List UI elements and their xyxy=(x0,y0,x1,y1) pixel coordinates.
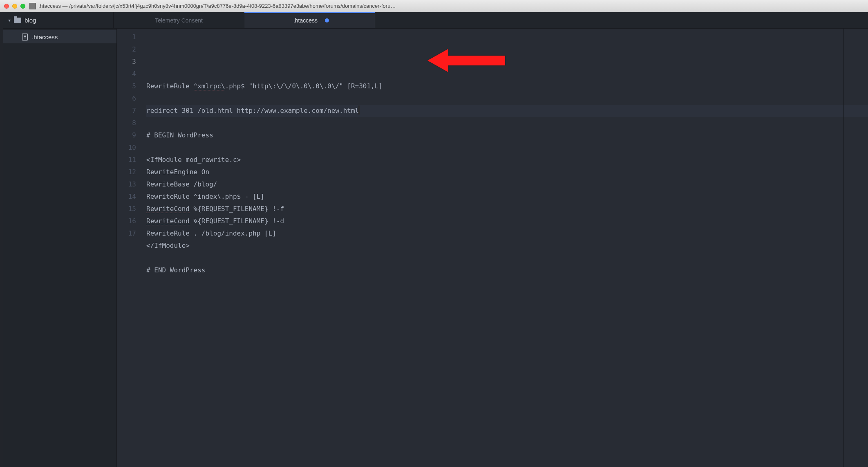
code-line[interactable]: RewriteBase /blog/ xyxy=(146,178,868,191)
spellcheck-underline: ^xmlrpc\ xyxy=(194,82,225,90)
line-number-gutter[interactable]: 1234567891011121314151617 xyxy=(117,29,141,467)
annotation-arrow xyxy=(427,49,505,72)
window-close-button[interactable] xyxy=(4,4,9,9)
tree-file-htaccess[interactable]: .htaccess xyxy=(3,30,116,43)
line-number[interactable]: 5 xyxy=(117,80,136,92)
code-line[interactable]: # BEGIN WordPress xyxy=(146,129,868,141)
line-number[interactable]: 12 xyxy=(117,166,136,178)
code-line[interactable]: RewriteEngine On xyxy=(146,166,868,178)
line-number[interactable]: 6 xyxy=(117,92,136,105)
tab-bar: Telemetry Consent .htaccess xyxy=(114,12,868,28)
code-line[interactable]: RewriteRule ^index\.php$ - [L] xyxy=(146,191,868,203)
line-number[interactable]: 1 xyxy=(117,31,136,43)
line-number[interactable]: 2 xyxy=(117,43,136,56)
line-number[interactable]: 8 xyxy=(117,117,136,129)
arrow-shaft xyxy=(448,56,505,65)
tab-htaccess[interactable]: .htaccess xyxy=(244,12,375,28)
text-editor[interactable]: 1234567891011121314151617 RewriteRule ^x… xyxy=(117,29,868,467)
top-bar: ▾ blog Telemetry Consent .htaccess xyxy=(3,12,868,29)
code-line[interactable] xyxy=(146,252,868,264)
window-zoom-button[interactable] xyxy=(20,4,25,9)
code-area[interactable]: RewriteRule ^xmlrpc\.php$ "http\:\/\/0\.… xyxy=(141,29,868,467)
editor-app: ▾ blog Telemetry Consent .htaccess .htac… xyxy=(0,12,868,467)
text-cursor xyxy=(359,106,359,115)
line-number[interactable]: 4 xyxy=(117,68,136,80)
tab-label: Telemetry Consent xyxy=(152,17,206,24)
code-line[interactable]: redirect 301 /old.html http://www.exampl… xyxy=(146,105,868,117)
code-line[interactable]: RewriteRule . /blog/index.php [L] xyxy=(146,227,868,240)
editor-body: .htaccess 1234567891011121314151617 Rewr… xyxy=(3,29,868,467)
code-line[interactable]: # END WordPress xyxy=(146,264,868,276)
code-line[interactable]: </IfModule> xyxy=(146,240,868,252)
tab-label: .htaccess xyxy=(290,17,321,24)
line-number[interactable]: 10 xyxy=(117,141,136,154)
document-proxy-icon[interactable] xyxy=(29,3,36,9)
code-line[interactable] xyxy=(146,117,868,129)
tree-file-label: .htaccess xyxy=(32,34,58,40)
line-number[interactable]: 11 xyxy=(117,154,136,166)
unsaved-indicator-icon xyxy=(325,18,329,22)
chevron-down-icon: ▾ xyxy=(8,18,11,22)
line-number[interactable]: 7 xyxy=(117,105,136,117)
arrow-head-icon xyxy=(427,49,448,72)
line-number[interactable]: 17 xyxy=(117,227,136,240)
code-line[interactable]: RewriteCond %{REQUEST_FILENAME} !-f xyxy=(146,203,868,215)
code-line[interactable] xyxy=(146,141,868,154)
file-icon xyxy=(22,34,28,40)
project-root[interactable]: ▾ blog xyxy=(3,12,114,28)
folder-icon xyxy=(14,18,21,23)
code-line[interactable]: RewriteRule ^xmlrpc\.php$ "http\:\/\/0\.… xyxy=(146,80,868,92)
window-title: .htaccess — /private/var/folders/jc/x53r… xyxy=(38,3,864,9)
code-line[interactable] xyxy=(146,276,868,289)
spellcheck-underline: RewriteCond xyxy=(146,205,190,213)
line-number[interactable]: 15 xyxy=(117,203,136,215)
line-number[interactable]: 14 xyxy=(117,191,136,203)
spellcheck-underline: RewriteCond xyxy=(146,217,190,225)
line-number[interactable]: 9 xyxy=(117,129,136,141)
line-number[interactable]: 3 xyxy=(117,56,136,68)
code-line[interactable] xyxy=(146,92,868,105)
project-root-label: blog xyxy=(25,17,36,24)
line-number[interactable]: 13 xyxy=(117,178,136,191)
code-line[interactable]: <IfModule mod_rewrite.c> xyxy=(146,154,868,166)
window-controls xyxy=(4,4,25,9)
window-titlebar: .htaccess — /private/var/folders/jc/x53r… xyxy=(0,0,868,12)
file-tree[interactable]: .htaccess xyxy=(3,29,117,467)
code-line[interactable]: RewriteCond %{REQUEST_FILENAME} !-d xyxy=(146,215,868,227)
window-minimize-button[interactable] xyxy=(12,4,17,9)
line-number[interactable]: 16 xyxy=(117,215,136,227)
tab-telemetry-consent[interactable]: Telemetry Consent xyxy=(114,12,244,28)
